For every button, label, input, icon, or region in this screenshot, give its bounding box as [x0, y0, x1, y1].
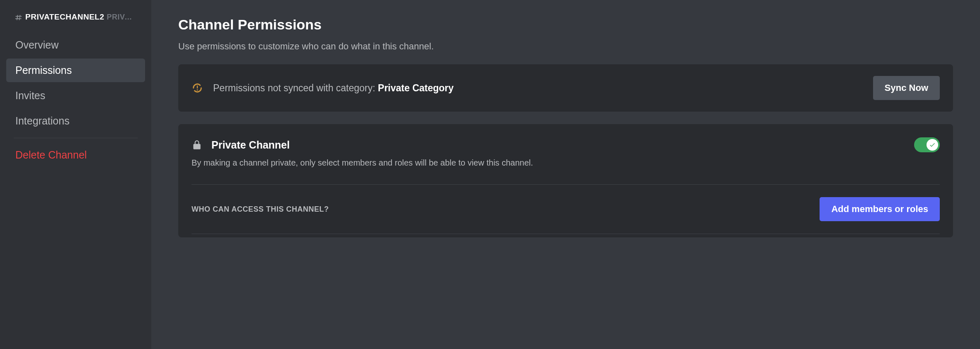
sync-text: Permissions not synced with category: Pr…: [213, 83, 454, 94]
sidebar: PRIVATECHANNEL2 PRIVA... Overview Permis…: [0, 0, 151, 349]
sync-now-button[interactable]: Sync Now: [873, 76, 940, 100]
sync-category-name: Private Category: [378, 83, 454, 93]
channel-name: PRIVATECHANNEL2: [25, 12, 104, 22]
page-subtitle: Use permissions to customize who can do …: [178, 41, 953, 52]
hash-icon: [15, 13, 23, 21]
private-toggle[interactable]: [914, 137, 940, 152]
sync-warning-icon: [192, 82, 203, 94]
page-title: Channel Permissions: [178, 17, 953, 33]
private-card: Private Channel By making a channel priv…: [178, 124, 953, 237]
main-content: Channel Permissions Use permissions to c…: [151, 0, 980, 349]
access-section: WHO CAN ACCESS THIS CHANNEL? Add members…: [192, 184, 940, 234]
private-channel-title: Private Channel: [211, 139, 290, 151]
add-members-button[interactable]: Add members or roles: [820, 197, 940, 221]
sync-card: Permissions not synced with category: Pr…: [178, 64, 953, 112]
nav-invites[interactable]: Invites: [6, 84, 145, 107]
private-description: By making a channel private, only select…: [192, 158, 940, 168]
check-icon: [929, 142, 936, 148]
svg-point-1: [196, 89, 198, 90]
access-title: WHO CAN ACCESS THIS CHANNEL?: [192, 205, 329, 214]
divider: [14, 138, 138, 138]
toggle-knob: [927, 139, 938, 151]
nav-permissions[interactable]: Permissions: [6, 59, 145, 82]
private-header: Private Channel: [192, 137, 940, 152]
nav-integrations[interactable]: Integrations: [6, 109, 145, 133]
nav-delete-channel[interactable]: Delete Channel: [6, 143, 145, 167]
lock-icon: [192, 139, 202, 150]
nav-overview[interactable]: Overview: [6, 33, 145, 57]
channel-category: PRIVA...: [107, 13, 137, 22]
svg-rect-0: [197, 85, 198, 88]
channel-header: PRIVATECHANNEL2 PRIVA...: [6, 12, 145, 33]
sync-left: Permissions not synced with category: Pr…: [192, 82, 454, 94]
sync-text-prefix: Permissions not synced with category:: [213, 83, 378, 93]
private-left: Private Channel: [192, 139, 290, 151]
